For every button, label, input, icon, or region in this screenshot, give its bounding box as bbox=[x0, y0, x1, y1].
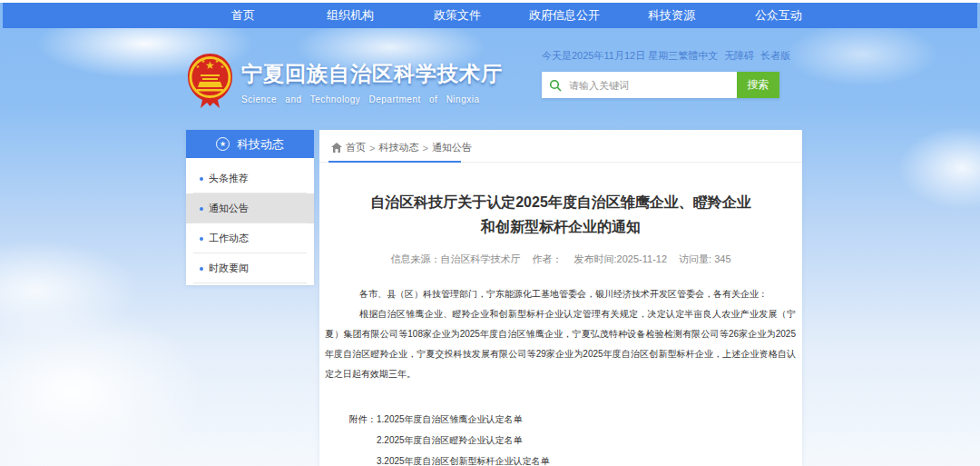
link-accessibility[interactable]: 无障碍 bbox=[724, 49, 754, 63]
svg-text:★: ★ bbox=[205, 59, 215, 72]
sidebar-title: 科技动态 bbox=[237, 136, 284, 153]
attachment-link-gazelle-list[interactable]: 2.2025年度自治区瞪羚企业认定名单 bbox=[377, 430, 550, 451]
sidebar-item-headline-recommend[interactable]: 头条推荐 bbox=[186, 164, 314, 193]
search-icon bbox=[542, 72, 569, 98]
article-paragraph: 根据自治区雏鹰企业、瞪羚企业和创新型标杆企业认定管理有关规定，决定认定半亩良人农… bbox=[325, 304, 796, 384]
main-content-panel: 首页 > 科技动态 > 通知公告 自治区科技厅关于认定2025年度自治区雏鹰企业… bbox=[319, 130, 802, 466]
link-senior-version[interactable]: 长者版 bbox=[760, 49, 790, 63]
article-paragraph: 各市、县（区）科技管理部门，宁东能源化工基地管委会，银川经济技术开发区管委会，各… bbox=[325, 284, 796, 304]
breadcrumb-home[interactable]: 首页 bbox=[346, 141, 366, 154]
meta-source: 信息来源：自治区科学技术厅 bbox=[390, 253, 520, 264]
national-emblem-logo: ★ ★ ★ ★ ★ bbox=[185, 52, 235, 114]
site-masthead: 宁夏回族自治区科学技术厅 Science and Technology Depa… bbox=[241, 60, 505, 104]
svg-text:★: ★ bbox=[215, 58, 220, 64]
attachment-link-benchmark-list[interactable]: 3.2025年度自治区创新型标杆企业认定名单 bbox=[377, 451, 550, 466]
svg-text:★: ★ bbox=[201, 58, 206, 64]
nav-item-public-interaction[interactable]: 公众互动 bbox=[725, 7, 832, 24]
nav-item-policy-documents[interactable]: 政策文件 bbox=[404, 7, 511, 24]
article-body: 各市、县（区）科技管理部门，宁东能源化工基地管委会，银川经济技术开发区管委会，各… bbox=[325, 284, 796, 384]
article-title: 自治区科技厅关于认定2025年度自治区雏鹰企业、瞪羚企业 和创新型标杆企业的通知 bbox=[319, 190, 802, 239]
attachment-link-eagle-list[interactable]: 1.2025年度自治区雏鹰企业认定名单 bbox=[377, 409, 550, 430]
article-meta: 信息来源：自治区科学技术厅 作者： 发布时间:2025-11-12 访问量: 3… bbox=[319, 253, 802, 266]
breadcrumb-active-underline bbox=[328, 161, 461, 163]
svg-text:★: ★ bbox=[196, 64, 201, 69]
link-traditional-chinese[interactable]: 繁體中文 bbox=[678, 49, 718, 63]
nav-item-sci-tech-resources[interactable]: 科技资源 bbox=[618, 7, 725, 24]
site-subtitle-en: Science and Technology Department of Nin… bbox=[241, 94, 505, 104]
breadcrumb-sci-tech-news[interactable]: 科技动态 bbox=[378, 141, 418, 154]
attachments-label: 附件： bbox=[349, 409, 377, 466]
circle-star-icon: ★ bbox=[216, 137, 230, 151]
sidebar-item-current-politics[interactable]: 时政要闻 bbox=[186, 253, 314, 283]
bullet-dot-icon bbox=[200, 267, 203, 271]
search-input[interactable] bbox=[569, 72, 737, 98]
header-utility-area: 今天是2025年11月12日 星期三 繁體中文 无障碍 长者版 搜索 bbox=[542, 49, 779, 98]
search-button[interactable]: 搜索 bbox=[737, 72, 779, 98]
top-nav-bar: 首页 组织机构 政策文件 政府信息公开 科技资源 公众互动 bbox=[3, 3, 977, 28]
breadcrumb-notices[interactable]: 通知公告 bbox=[432, 141, 472, 154]
home-icon bbox=[331, 143, 342, 153]
bullet-dot-icon bbox=[200, 237, 203, 241]
nav-item-home[interactable]: 首页 bbox=[190, 7, 297, 24]
sidebar-header: ★ 科技动态 bbox=[186, 130, 314, 158]
nav-item-organization[interactable]: 组织机构 bbox=[297, 7, 404, 24]
current-date-text: 今天是2025年11月12日 星期三 bbox=[542, 49, 678, 63]
sidebar-sci-tech-news: ★ 科技动态 头条推荐 通知公告 工作动态 时政要闻 bbox=[186, 130, 314, 285]
search-bar: 搜索 bbox=[542, 72, 779, 98]
bullet-dot-icon bbox=[200, 207, 203, 211]
attachments-block: 附件： 1.2025年度自治区雏鹰企业认定名单 2.2025年度自治区瞪羚企业认… bbox=[349, 409, 802, 466]
meta-publish-time: 发布时间:2025-11-12 bbox=[574, 253, 668, 264]
sidebar-item-work-updates[interactable]: 工作动态 bbox=[186, 223, 314, 253]
meta-visit-count: 访问量: 345 bbox=[679, 253, 730, 264]
site-title: 宁夏回族自治区科学技术厅 bbox=[241, 60, 505, 88]
nav-item-gov-info-disclosure[interactable]: 政府信息公开 bbox=[511, 7, 618, 24]
svg-text:★: ★ bbox=[220, 64, 225, 69]
breadcrumb: 首页 > 科技动态 > 通知公告 bbox=[319, 138, 802, 163]
meta-author: 作者： bbox=[532, 253, 562, 264]
bullet-dot-icon bbox=[200, 177, 203, 181]
sidebar-item-notices[interactable]: 通知公告 bbox=[186, 193, 314, 223]
